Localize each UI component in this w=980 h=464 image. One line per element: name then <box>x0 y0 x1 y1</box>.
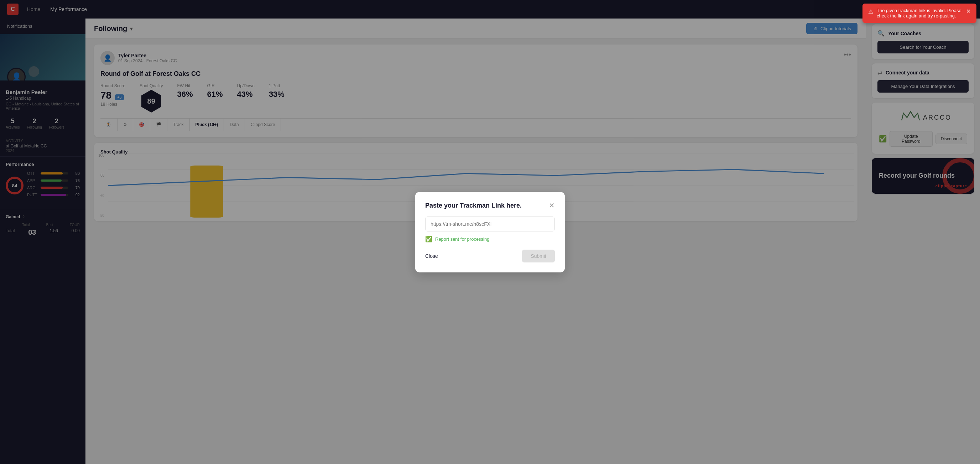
trackman-modal: Paste your Trackman Link here. ✕ ✅ Repor… <box>415 192 565 272</box>
modal-close-icon[interactable]: ✕ <box>549 202 555 209</box>
modal-success-message: ✅ Report sent for processing <box>425 236 555 243</box>
modal-footer: Close Submit <box>425 249 555 262</box>
error-banner: ⚠ The given trackman link is invalid. Pl… <box>862 3 977 23</box>
modal-title: Paste your Trackman Link here. <box>425 202 522 210</box>
check-circle-icon: ✅ <box>425 236 432 243</box>
modal-overlay[interactable]: Paste your Trackman Link here. ✕ ✅ Repor… <box>0 0 980 464</box>
modal-close-button[interactable]: Close <box>425 250 438 262</box>
close-icon[interactable]: ✕ <box>966 8 971 14</box>
error-message: The given trackman link is invalid. Plea… <box>877 8 963 19</box>
modal-header: Paste your Trackman Link here. ✕ <box>425 202 555 210</box>
modal-submit-button[interactable]: Submit <box>522 249 555 262</box>
trackman-link-input[interactable] <box>425 216 555 232</box>
warning-icon: ⚠ <box>868 8 873 15</box>
